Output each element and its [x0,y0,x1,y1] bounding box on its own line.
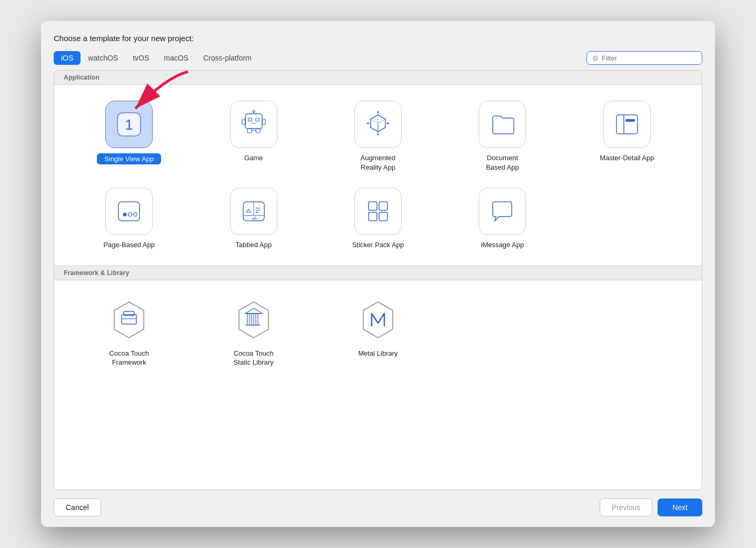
template-cocoa-touch-framework[interactable]: Cocoa TouchFramework [67,291,191,373]
filter-icon: ⊜ [592,54,599,62]
tabbed-app-label: Tabbed App [235,240,272,250]
svg-rect-53 [256,314,258,325]
section-header-application: Application [54,71,702,85]
svg-rect-9 [242,119,245,124]
svg-marker-36 [246,209,251,212]
template-game[interactable]: Game [191,95,315,177]
svg-rect-42 [369,202,377,210]
svg-rect-51 [247,314,250,325]
previous-button[interactable]: Previous [600,498,652,516]
master-detail-icon [603,101,651,148]
dialog: Choose a template for your new project: … [41,21,715,527]
svg-text:1: 1 [125,116,133,133]
svg-point-39 [256,212,257,213]
dialog-title: Choose a template for your new project: [54,34,702,43]
page-based-label: Page-Based App [103,240,155,250]
master-detail-label: Master-Detail App [600,153,654,163]
svg-line-16 [378,119,385,123]
svg-text:★ •••: ★ ••• [251,217,258,220]
svg-rect-48 [124,311,134,316]
ar-label: AugmentedReality App [361,153,396,172]
page-based-icon [105,188,153,235]
template-master-detail-app[interactable]: Master-Detail App [565,95,689,177]
bubble-icon [488,197,517,226]
hexagon-m-icon [357,299,399,341]
svg-rect-26 [616,115,638,134]
sticker-pack-icon [354,188,402,235]
svg-marker-57 [363,302,393,338]
tab-row: iOS watchOS tvOS macOS Cross-platform ⊜ [54,51,702,65]
svg-marker-22 [377,111,379,113]
hexagon-toolbox-icon [108,299,150,341]
tabbar-icon: ★ ••• [239,197,268,226]
ar-icon [354,101,402,148]
grid4-icon [363,197,393,226]
svg-marker-56 [245,308,262,314]
svg-rect-3 [245,114,262,129]
metal-icon [354,296,402,344]
svg-rect-44 [369,212,377,221]
svg-marker-46 [114,302,144,338]
application-grid: 1 Single View App [54,85,702,266]
metal-label: Metal Library [358,349,397,358]
template-document-based-app[interactable]: DocumentBased App [440,95,564,177]
tab-cross-platform[interactable]: Cross-platform [196,51,259,65]
svg-line-15 [371,119,378,123]
number-one-icon: 1 [115,111,143,138]
imessage-icon [479,188,526,235]
svg-rect-11 [247,129,252,133]
next-button[interactable]: Next [658,498,702,516]
svg-rect-5 [256,118,259,121]
tab-tvos[interactable]: tvOS [125,51,156,65]
main-content: Application 1 [54,70,702,490]
document-label: DocumentBased App [486,153,519,172]
hexagon-building-icon [233,299,275,341]
button-group: Previous Next [600,498,702,516]
svg-rect-52 [252,314,254,325]
game-label: Game [244,153,263,163]
svg-rect-29 [118,202,140,221]
folder-icon [488,110,517,139]
template-page-based-app[interactable]: Page-Based App [67,182,191,255]
tabbed-icon: ★ ••• [230,188,277,235]
svg-rect-4 [248,118,252,121]
framework-grid: Cocoa TouchFramework Cocoa [54,280,702,383]
section-header-framework: Framework & Library [54,266,702,280]
dots-page-icon [114,197,144,226]
template-single-view-app[interactable]: 1 Single View App [67,95,191,177]
document-icon [479,101,526,148]
svg-marker-25 [387,122,390,124]
filter-input[interactable] [602,54,697,62]
svg-rect-43 [379,202,387,210]
template-cocoa-touch-static-library[interactable]: Cocoa TouchStatic Library [191,291,315,373]
tab-macos[interactable]: macOS [156,51,196,65]
svg-point-32 [134,213,137,217]
tab-ios[interactable]: iOS [54,51,81,65]
single-view-app-label: Single View App [97,153,161,164]
filter-area: ⊜ [586,51,702,65]
ar-cube-icon [363,110,393,139]
game-icon [230,101,277,148]
tab-watchos[interactable]: watchOS [81,51,125,65]
single-view-app-icon: 1 [105,101,153,148]
svg-rect-10 [262,119,265,124]
template-tabbed-app[interactable]: ★ ••• Tabbed App [191,182,315,255]
svg-point-31 [128,213,132,217]
imessage-label: iMessage App [481,240,524,250]
svg-rect-28 [625,119,635,122]
cocoa-static-label: Cocoa TouchStatic Library [234,349,274,367]
robot-icon [239,110,268,139]
template-sticker-pack-app[interactable]: Sticker Pack App [316,182,440,255]
cocoa-framework-icon [105,296,153,344]
template-imessage-app[interactable]: iMessage App [440,182,564,255]
template-augmented-reality-app[interactable]: AugmentedReality App [316,95,440,177]
bottom-bar: Cancel Previous Next [54,498,702,516]
template-metal-library[interactable]: Metal Library [316,291,440,373]
split-view-icon [612,110,642,139]
cancel-button[interactable]: Cancel [54,498,101,516]
cocoa-framework-label: Cocoa TouchFramework [109,349,149,367]
sticker-pack-label: Sticker Pack App [352,240,404,250]
cocoa-static-icon [230,296,277,344]
svg-marker-23 [377,134,379,136]
svg-rect-45 [379,212,387,221]
